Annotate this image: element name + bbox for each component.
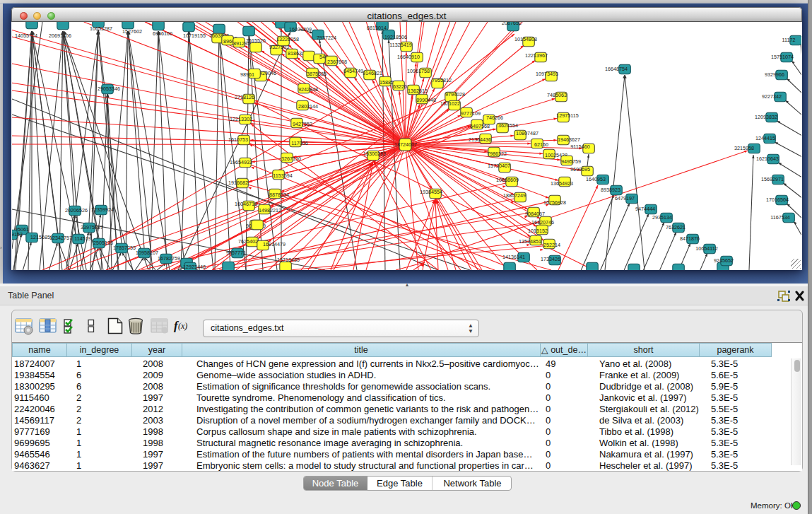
svg-text:1621022: 1621022 [440, 100, 460, 107]
svg-text:9115460: 9115460 [570, 144, 589, 150]
svg-text:9777109: 9777109 [461, 110, 481, 117]
svg-text:9495759: 9495759 [561, 158, 581, 165]
svg-text:9427552: 9427552 [293, 121, 312, 127]
svg-text:746266: 746266 [486, 115, 503, 121]
svg-text:16046716: 16046716 [235, 201, 257, 207]
svg-text:8878334: 8878334 [269, 192, 289, 198]
svg-text:15718485: 15718485 [277, 257, 300, 263]
svg-text:2087652: 2087652 [502, 22, 522, 26]
svg-text:16782759: 16782759 [158, 255, 180, 262]
svg-text:14982212: 14982212 [259, 207, 281, 214]
svg-text:15751074: 15751074 [771, 54, 794, 60]
svg-text:3875685: 3875685 [307, 71, 326, 77]
svg-text:6966160: 6966160 [153, 30, 172, 37]
svg-text:8454749: 8454749 [343, 68, 363, 74]
svg-text:12093832: 12093832 [755, 114, 777, 120]
svg-text:9227342: 9227342 [762, 93, 782, 100]
svg-text:9329966: 9329966 [765, 71, 784, 78]
svg-text:6479197: 6479197 [615, 195, 635, 201]
svg-text:12975115: 12975115 [556, 112, 578, 119]
svg-text:20691406: 20691406 [49, 33, 71, 39]
svg-text:10973493: 10973493 [536, 71, 558, 77]
svg-text:16210643: 16210643 [756, 156, 779, 162]
svg-text:1610753: 1610753 [228, 136, 248, 143]
svg-text:1167534: 1167534 [770, 214, 789, 221]
svg-text:1153594: 1153594 [273, 173, 292, 179]
svg-text:8990448: 8990448 [416, 97, 436, 103]
svg-text:10719155: 10719155 [183, 33, 206, 39]
svg-text:16033809: 16033809 [289, 26, 312, 33]
svg-text:114519: 114519 [74, 235, 90, 242]
svg-text:12359924: 12359924 [91, 206, 114, 213]
svg-text:10654112: 10654112 [695, 245, 717, 252]
svg-text:14136141: 14136141 [502, 254, 525, 260]
svg-text:7632621: 7632621 [666, 224, 686, 230]
svg-text:15300283: 15300283 [363, 151, 386, 157]
svg-text:(x): (x) [178, 321, 187, 331]
svg-text:18724007: 18724007 [394, 141, 417, 148]
svg-text:7986322: 7986322 [487, 151, 507, 157]
svg-text:891295: 891295 [233, 40, 250, 47]
svg-text:117006: 117006 [291, 140, 307, 146]
svg-text:7955812: 7955812 [432, 77, 452, 83]
svg-text:12923448: 12923448 [183, 264, 206, 270]
svg-text:2803144: 2803144 [298, 103, 318, 110]
svg-text:10756928: 10756928 [543, 199, 566, 206]
svg-text:11325419: 11325419 [389, 42, 411, 48]
svg-text:12213302: 12213302 [230, 116, 252, 122]
svg-text:1362615: 1362615 [408, 88, 428, 94]
svg-text:10807487: 10807487 [516, 130, 539, 136]
svg-text:33975887: 33975887 [81, 224, 103, 230]
svg-text:19463627: 19463627 [558, 136, 580, 143]
svg-text:16120746: 16120746 [531, 219, 554, 226]
svg-text:10688609: 10688609 [496, 177, 519, 183]
svg-text:9794028: 9794028 [445, 91, 465, 98]
svg-text:2367608: 2367608 [327, 59, 347, 65]
svg-text:9242848: 9242848 [298, 86, 318, 93]
svg-text:15720407: 15720407 [488, 163, 510, 169]
svg-text:16648754: 16648754 [605, 66, 628, 72]
svg-text:1916682: 1916682 [228, 180, 248, 186]
svg-text:21364436: 21364436 [469, 136, 491, 143]
svg-text:3624554: 3624554 [498, 122, 518, 129]
svg-text:17857255: 17857255 [113, 245, 136, 251]
svg-text:9699695: 9699695 [570, 166, 590, 173]
svg-text:9146821: 9146821 [363, 70, 382, 76]
svg-text:2935134: 2935134 [652, 214, 672, 221]
svg-text:1244415: 1244415 [755, 135, 775, 141]
svg-text:9857771: 9857771 [226, 250, 246, 256]
svg-text:17016504: 17016504 [766, 197, 789, 203]
svg-text:16914479: 16914479 [263, 241, 286, 247]
svg-text:1733426: 1733426 [541, 256, 560, 262]
svg-text:7937224: 7937224 [317, 35, 336, 41]
svg-text:11172: 11172 [782, 37, 796, 43]
svg-text:9245652: 9245652 [714, 257, 734, 264]
svg-text:98961: 98961 [240, 71, 254, 78]
svg-text:7625402: 7625402 [238, 238, 258, 245]
svg-text:2505135: 2505135 [93, 240, 113, 246]
svg-text:252214: 252214 [543, 242, 560, 248]
svg-text:16640910: 16640910 [397, 54, 420, 60]
svg-text:8471876: 8471876 [680, 235, 700, 242]
svg-text:10653287: 10653287 [90, 25, 112, 32]
svg-text:10958107: 10958107 [136, 250, 158, 256]
svg-text:29053346: 29053346 [98, 86, 120, 92]
svg-text:12342757: 12342757 [49, 235, 72, 241]
svg-text:15692971: 15692971 [761, 176, 784, 182]
svg-text:12213967: 12213967 [525, 52, 548, 59]
svg-text:18807249: 18807249 [503, 192, 526, 199]
svg-text:19654933: 19654933 [230, 159, 252, 165]
svg-text:14055724: 14055724 [15, 33, 37, 39]
svg-text:13524851: 13524851 [519, 238, 541, 245]
svg-text:7485063: 7485063 [547, 92, 567, 98]
svg-text:19384554: 19384554 [420, 189, 442, 195]
svg-text:62160: 62160 [534, 141, 548, 148]
svg-text:19218506: 19218506 [384, 34, 407, 40]
svg-text:8938923: 8938923 [601, 187, 620, 193]
svg-text:1640953: 1640953 [586, 176, 606, 182]
svg-text:1015152: 1015152 [528, 228, 548, 234]
svg-text:9084067: 9084067 [525, 211, 545, 217]
svg-text:9474444: 9474444 [635, 206, 655, 212]
svg-text:3267130: 3267130 [281, 156, 301, 162]
svg-text:10154808: 10154808 [514, 36, 537, 42]
